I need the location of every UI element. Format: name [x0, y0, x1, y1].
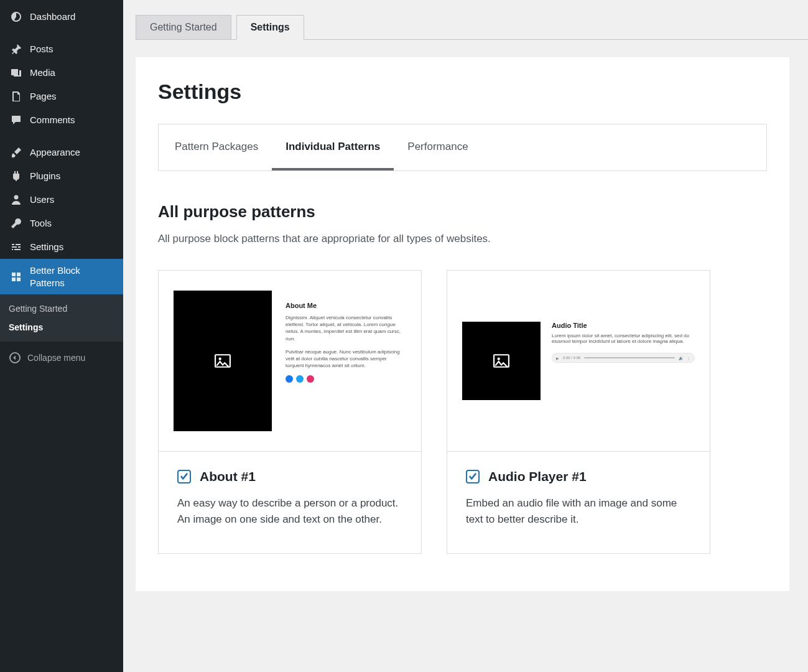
pin-icon: [10, 43, 22, 55]
subtab-individual-patterns[interactable]: Individual Patterns: [272, 124, 394, 170]
svg-point-0: [14, 195, 19, 200]
sidebar-item-users[interactable]: Users: [0, 188, 123, 212]
comment-icon: [10, 114, 22, 126]
preview-heading: About Me: [286, 302, 406, 309]
pages-icon: [10, 90, 22, 103]
sidebar-item-posts[interactable]: Posts: [0, 37, 123, 61]
pattern-cards: About Me Dignissim. Aliquet vehicula con…: [158, 270, 767, 554]
image-placeholder-icon: [174, 291, 272, 431]
subtab-pattern-packages[interactable]: Pattern Packages: [161, 124, 272, 170]
sidebar-item-label: Comments: [30, 114, 75, 126]
pattern-card-audio-player-1: Audio Title Lorem ipsum dolor sit amet, …: [447, 270, 710, 554]
pattern-checkbox[interactable]: [466, 470, 480, 483]
submenu-item-settings[interactable]: Settings: [0, 318, 123, 337]
tab-settings[interactable]: Settings: [236, 15, 304, 40]
sidebar-item-plugins[interactable]: Plugins: [0, 164, 123, 188]
preview-audio-player: ▶ 0:00 / 0:00 🔊 ⋮: [552, 353, 695, 363]
sidebar-item-tools[interactable]: Tools: [0, 212, 123, 235]
sidebar-item-appearance[interactable]: Appearance: [0, 141, 123, 164]
pattern-card-about-1: About Me Dignissim. Aliquet vehicula con…: [158, 270, 422, 554]
tab-getting-started[interactable]: Getting Started: [136, 15, 231, 40]
social-dot-icon: [307, 375, 314, 383]
sidebar-item-comments[interactable]: Comments: [0, 108, 123, 132]
sidebar-item-label: Dashboard: [30, 11, 75, 23]
preview-social-icons: [286, 375, 406, 384]
sidebar-item-label: Appearance: [30, 146, 80, 159]
social-dot-icon: [296, 375, 304, 383]
main-content: Getting Started Settings Settings Patter…: [123, 0, 808, 672]
dashboard-icon: [10, 11, 22, 23]
pattern-title: Audio Player #1: [488, 469, 587, 484]
sidebar-item-settings[interactable]: Settings: [0, 235, 123, 259]
preview-text: Lorem ipsum dolor sit amet, consectetur …: [552, 333, 695, 344]
svg-point-5: [498, 358, 500, 360]
play-icon: ▶: [556, 356, 559, 360]
collapse-icon: [9, 352, 21, 364]
top-tabs: Getting Started Settings: [136, 15, 808, 40]
section-title: All purpose patterns: [158, 202, 767, 222]
submenu-item-getting-started[interactable]: Getting Started: [0, 299, 123, 318]
admin-sidebar: Dashboard Posts Media Pages Comments: [0, 0, 123, 672]
user-icon: [10, 194, 22, 206]
sidebar-item-label: Pages: [30, 90, 57, 103]
pattern-description: An easy way to describe a person or a pr…: [177, 495, 402, 528]
preview-audio-time: 0:00 / 0:00: [563, 356, 580, 360]
sidebar-item-label: Plugins: [30, 170, 60, 182]
pattern-checkbox[interactable]: [177, 470, 191, 483]
sidebar-item-media[interactable]: Media: [0, 61, 123, 85]
layout-icon: [10, 271, 22, 283]
plug-icon: [10, 170, 22, 182]
sidebar-item-better-block-patterns[interactable]: Better Block Patterns: [0, 259, 123, 294]
subtab-performance[interactable]: Performance: [394, 124, 481, 170]
social-dot-icon: [286, 375, 293, 383]
settings-panel: Settings Pattern Packages Individual Pat…: [136, 57, 789, 591]
section-description: All purpose block patterns that are appr…: [158, 233, 767, 245]
sidebar-item-label: Media: [30, 67, 55, 79]
sidebar-item-label: Better Block Patterns: [30, 264, 117, 289]
sidebar-submenu: Getting Started Settings: [0, 294, 123, 342]
sidebar-item-label: Tools: [30, 217, 52, 230]
preview-heading: Audio Title: [552, 322, 695, 329]
image-placeholder-icon: [462, 322, 541, 400]
volume-icon: 🔊: [679, 356, 683, 360]
pattern-preview: Audio Title Lorem ipsum dolor sit amet, …: [447, 271, 710, 452]
media-icon: [10, 67, 22, 79]
sliders-icon: [10, 241, 22, 253]
more-icon: ⋮: [687, 356, 690, 360]
svg-point-3: [219, 358, 221, 360]
sidebar-item-label: Settings: [30, 241, 63, 253]
collapse-label: Collapse menu: [27, 353, 85, 363]
sidebar-item-label: Posts: [30, 43, 53, 55]
preview-text: Dignissim. Aliquet vehicula consectetur …: [286, 314, 406, 342]
pattern-preview: About Me Dignissim. Aliquet vehicula con…: [159, 271, 421, 452]
brush-icon: [10, 146, 22, 159]
pattern-title: About #1: [200, 469, 256, 484]
sidebar-item-dashboard[interactable]: Dashboard: [0, 5, 123, 29]
wrench-icon: [10, 217, 22, 230]
page-title: Settings: [158, 80, 767, 104]
sidebar-item-label: Users: [30, 194, 54, 206]
collapse-menu-button[interactable]: Collapse menu: [0, 344, 123, 371]
sidebar-item-pages[interactable]: Pages: [0, 85, 123, 108]
pattern-description: Embed an audio file with an image and so…: [466, 495, 691, 528]
settings-subtabs: Pattern Packages Individual Patterns Per…: [158, 124, 767, 171]
preview-text: Pulvibar neoque augue. Nunc vestibulum a…: [286, 348, 406, 370]
